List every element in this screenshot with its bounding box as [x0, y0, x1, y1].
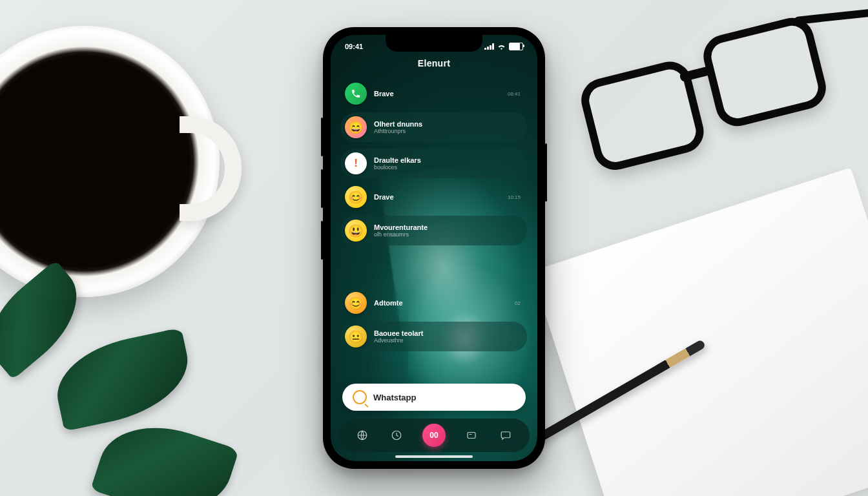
chat-row[interactable]: 😄 Olhert dnunns Athttrounprs — [341, 112, 527, 142]
phone-icon — [345, 83, 367, 105]
chat-row[interactable]: 😊 Adtomte 02 — [341, 291, 527, 315]
emoji-avatar: 😊 — [345, 186, 367, 208]
tab-globe[interactable] — [353, 426, 371, 444]
chat-subtitle: Adveusthre — [374, 337, 521, 344]
chat-name: Mvourenturante — [374, 223, 521, 232]
chat-row[interactable]: Brave 08:41 — [341, 81, 527, 106]
search-icon — [353, 390, 367, 404]
desk-scene: 09:41 Elenurt Brave 08:41 😄 — [0, 0, 868, 496]
search-bar[interactable]: Whatstapp — [342, 384, 526, 411]
chat-row[interactable]: 😃 Mvourenturante olh ensaumrs — [341, 216, 527, 245]
chat-row[interactable]: ! Draulte elkars bouloces — [341, 149, 527, 178]
notebook — [532, 167, 868, 496]
chat-name: Baouee teolart — [374, 329, 521, 338]
battery-icon — [509, 43, 523, 50]
chat-subtitle: bouloces — [374, 164, 521, 170]
emoji-avatar: 😄 — [345, 116, 367, 138]
emoji-avatar: 😐 — [345, 326, 367, 347]
page-title: Elenurt — [331, 58, 537, 68]
chat-name: Draulte elkars — [374, 156, 521, 165]
status-time: 09:41 — [345, 43, 363, 50]
chat-subtitle: Athttrounprs — [374, 128, 521, 134]
tab-bar: 00 — [338, 418, 530, 452]
coffee-cup — [0, 26, 220, 297]
svg-rect-2 — [468, 433, 475, 439]
chat-list[interactable]: Brave 08:41 😄 Olhert dnunns Athttrounprs… — [341, 81, 527, 378]
chat-name: Drave — [374, 193, 501, 202]
tab-clock[interactable] — [388, 426, 406, 444]
chat-row[interactable]: 😐 Baouee teolart Adveusthre — [341, 322, 527, 351]
tab-card[interactable] — [462, 426, 480, 444]
phone-screen: 09:41 Elenurt Brave 08:41 😄 — [331, 35, 537, 461]
chat-row[interactable]: 😊 Drave 10:15 — [341, 185, 527, 209]
wifi-icon — [497, 43, 506, 50]
plant — [0, 289, 271, 496]
tab-center-label: 00 — [429, 431, 438, 440]
chat-meta: 02 — [515, 300, 521, 306]
emoji-avatar: 😃 — [345, 220, 367, 242]
chat-name: Brave — [374, 90, 501, 98]
list-gap — [341, 252, 527, 284]
search-placeholder: Whatstapp — [373, 393, 416, 402]
signal-icon — [484, 43, 494, 50]
chat-subtitle: olh ensaumrs — [374, 231, 521, 238]
phone-notch — [386, 35, 482, 52]
chat-name: Adtomte — [374, 299, 508, 307]
chat-meta: 10:15 — [508, 194, 521, 200]
tab-center-button[interactable]: 00 — [422, 424, 446, 447]
eyeglasses — [572, 3, 854, 191]
phone-frame: 09:41 Elenurt Brave 08:41 😄 — [323, 27, 545, 469]
alert-icon: ! — [345, 152, 367, 174]
chat-meta: 08:41 — [508, 91, 521, 97]
tab-chat[interactable] — [497, 426, 515, 444]
emoji-avatar: 😊 — [345, 292, 367, 314]
chat-name: Olhert dnunns — [374, 120, 521, 129]
home-indicator[interactable] — [395, 455, 473, 458]
